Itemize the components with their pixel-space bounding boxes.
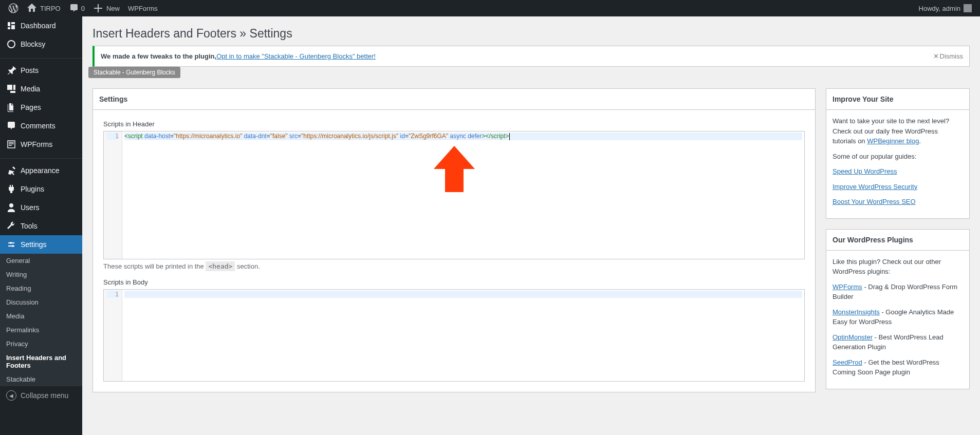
settings-icon <box>6 239 16 250</box>
page-title: Insert Headers and Footers » Settings <box>93 16 970 46</box>
submenu-item[interactable]: Discussion <box>0 295 82 309</box>
tools-icon <box>6 221 16 231</box>
submenu-item[interactable]: Permalinks <box>0 323 82 337</box>
dashboard-icon <box>6 21 16 31</box>
arrow-annotation-icon <box>434 146 475 192</box>
menu-item-plugins[interactable]: Plugins <box>0 180 82 198</box>
menu-item-pages[interactable]: Pages <box>0 98 82 117</box>
new-link[interactable]: New <box>89 0 124 16</box>
svg-point-1 <box>10 242 12 244</box>
plus-icon <box>93 3 103 13</box>
wordpress-icon <box>8 3 19 13</box>
plugin-link[interactable]: WPForms <box>833 283 862 291</box>
menu-item-posts[interactable]: Posts <box>0 61 82 80</box>
body-scripts-editor[interactable]: 1 <box>103 289 805 382</box>
collapse-menu[interactable]: ◀Collapse menu <box>0 386 82 405</box>
comment-icon <box>69 3 79 13</box>
menu-item-dashboard[interactable]: Dashboard <box>0 16 82 35</box>
plugin-link[interactable]: MonsterInsights <box>833 308 880 316</box>
wpforms-icon <box>6 139 16 149</box>
comment-count: 0 <box>81 5 85 12</box>
plugin-link[interactable]: OptinMonster <box>833 333 873 341</box>
notice-text: We made a few tweaks to the plugin, <box>101 52 216 60</box>
wpforms-label: WPForms <box>128 5 158 12</box>
menu-item-comments[interactable]: Comments <box>0 117 82 135</box>
account-link[interactable]: Howdy, admin <box>915 0 976 16</box>
comment-icon <box>6 121 16 131</box>
menu-item-appearance[interactable]: Appearance <box>0 161 82 180</box>
header-help: These scripts will be printed in the <he… <box>103 262 805 270</box>
dismiss-button[interactable]: ✕ Dismiss <box>933 52 964 60</box>
comments-link[interactable]: 0 <box>65 0 89 16</box>
improve-title: Improve Your Site <box>826 89 969 110</box>
notice: We made a few tweaks to the plugin, Opt … <box>93 46 970 67</box>
improve-site-box: Improve Your Site Want to take your site… <box>826 88 970 219</box>
site-link[interactable]: TIRPO <box>23 0 65 16</box>
new-label: New <box>106 5 120 12</box>
wp-logo[interactable] <box>4 0 23 16</box>
blocksy-icon <box>6 39 16 49</box>
guide-link[interactable]: Improve WordPress Security <box>833 183 917 191</box>
body-scripts-label: Scripts in Body <box>103 278 805 286</box>
submenu-item[interactable]: Privacy <box>0 337 82 351</box>
media-icon <box>6 84 16 94</box>
home-icon <box>27 3 37 13</box>
user-icon <box>6 202 16 213</box>
menu-item-users[interactable]: Users <box>0 198 82 217</box>
guide-link[interactable]: Speed Up WordPress <box>833 167 897 175</box>
guide-link[interactable]: Boost Your WordPress SEO <box>833 198 916 205</box>
wpbeginner-link[interactable]: WPBeginner blog <box>867 137 919 145</box>
menu-item-blocksy[interactable]: Blocksy <box>0 35 82 53</box>
site-name: TIRPO <box>40 5 61 12</box>
avatar-icon <box>964 4 972 12</box>
header-scripts-label: Scripts in Header <box>103 120 805 128</box>
settings-title: Settings <box>93 89 815 110</box>
submenu-item[interactable]: Insert Headers and Footers <box>0 351 82 372</box>
menu-item-media[interactable]: Media <box>0 80 82 98</box>
submenu-item[interactable]: Reading <box>0 281 82 295</box>
svg-point-0 <box>8 41 15 48</box>
menu-item-settings[interactable]: Settings <box>0 235 82 254</box>
admin-menu: DashboardBlocksyPostsMediaPagesCommentsW… <box>0 16 82 435</box>
plugin-icon <box>6 184 16 194</box>
settings-box: Settings Scripts in Header 1 <script dat… <box>93 88 816 392</box>
wpforms-link[interactable]: WPForms <box>124 0 162 16</box>
notice-link[interactable]: Opt in to make "Stackable - Gutenberg Bl… <box>216 52 376 60</box>
collapse-icon: ◀ <box>6 390 16 401</box>
submenu-item[interactable]: Stackable <box>0 372 82 386</box>
notice-tag: Stackable - Gutenberg Blocks <box>88 67 180 78</box>
appearance-icon <box>6 165 16 176</box>
menu-item-tools[interactable]: Tools <box>0 217 82 235</box>
svg-point-2 <box>12 245 14 247</box>
menu-item-wpforms[interactable]: WPForms <box>0 135 82 154</box>
plugins-title: Our WordPress Plugins <box>826 230 969 251</box>
plugin-link[interactable]: SeedProd <box>833 358 862 366</box>
submenu-item[interactable]: Media <box>0 309 82 323</box>
howdy-text: Howdy, admin <box>919 5 960 12</box>
close-icon: ✕ <box>933 52 939 60</box>
pin-icon <box>6 65 16 75</box>
submenu-item[interactable]: General <box>0 254 82 268</box>
plugins-box: Our WordPress Plugins Like this plugin? … <box>826 229 970 389</box>
admin-bar: TIRPO 0 New WPForms Howdy, admin <box>0 0 980 16</box>
header-scripts-editor[interactable]: 1 <script data-host="https://microanalyt… <box>103 131 805 259</box>
submenu-item[interactable]: Writing <box>0 268 82 281</box>
pages-icon <box>6 102 16 112</box>
main-content: Insert Headers and Footers » Settings We… <box>82 16 980 435</box>
